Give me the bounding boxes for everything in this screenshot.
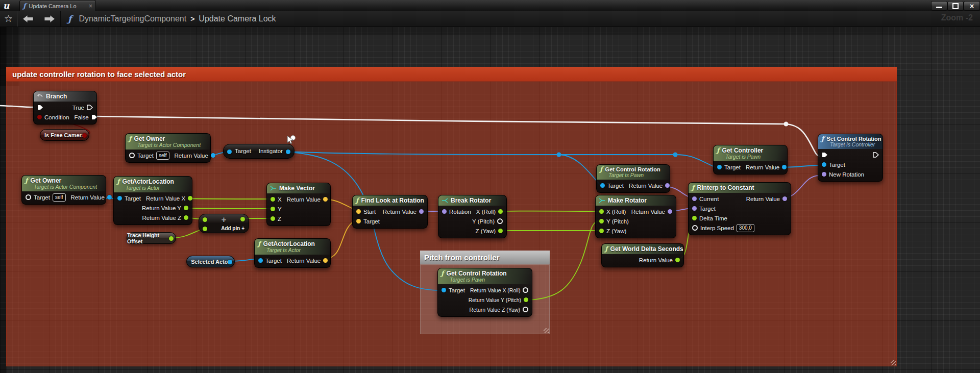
rotator-out-pin-return[interactable] — [668, 209, 672, 214]
float-in-pin-a[interactable] — [203, 217, 207, 222]
object-in-pin-target[interactable] — [129, 153, 135, 158]
node-header[interactable]: ƒGetActorLocation Target is Actor — [255, 239, 330, 255]
self-value-box[interactable]: self — [53, 193, 66, 202]
node-branch[interactable]: Branch True Condition False — [33, 91, 97, 125]
tab-close-icon[interactable]: × — [89, 3, 92, 10]
node-header[interactable]: ƒGet Owner Target is Actor Component — [126, 134, 210, 150]
node-header[interactable]: Branch — [34, 91, 96, 102]
object-out-pin-return[interactable] — [211, 153, 215, 158]
node-get-actor-location[interactable]: ƒGetActorLocation Target is Actor Target… — [113, 176, 192, 225]
float-in-pin-delta-time[interactable] — [692, 216, 697, 220]
node-set-control-rotation[interactable]: ƒSet Control Rotation Target is Controll… — [818, 134, 883, 182]
favorite-star-icon[interactable]: ☆ — [0, 11, 17, 27]
object-in-pin-target[interactable] — [258, 258, 263, 263]
comment-header[interactable]: update controller rotation to face selec… — [6, 67, 897, 81]
object-out-pin-return[interactable] — [107, 195, 112, 200]
float-out-pin-z-yaw[interactable] — [498, 229, 503, 233]
node-break-rotator[interactable]: Break Rotator Rotation X (Roll) Y (Pitch… — [438, 195, 507, 238]
breadcrumb-parent[interactable]: DynamicTargetingComponent — [77, 14, 188, 23]
vector-in-pin-target[interactable] — [356, 219, 361, 223]
rotator-out-pin-return[interactable] — [419, 209, 424, 214]
node-header[interactable]: ƒGetActorLocation Target is Actor — [114, 177, 192, 192]
node-header[interactable]: ƒGet Controller Target is Pawn — [714, 145, 787, 161]
object-out-pin[interactable] — [228, 260, 232, 264]
close-button[interactable]: × — [964, 1, 980, 11]
variable-node-is-free-camera[interactable]: Is Free Camera — [40, 129, 89, 141]
breadcrumb-current[interactable]: Update Camera Lock — [197, 14, 278, 23]
node-header[interactable]: ƒGet Control Rotation Target is Pawn — [438, 268, 532, 284]
node-add-float[interactable]: + Add pin + — [199, 214, 249, 233]
node-header[interactable]: ƒFind Look at Rotation — [353, 195, 427, 206]
variable-node-trace-height-offset[interactable]: Trace Height Offset — [127, 232, 176, 244]
bool-pin-condition[interactable] — [37, 115, 42, 119]
float-out-pin-return[interactable] — [675, 258, 680, 262]
float-out-pin-y[interactable] — [184, 206, 188, 210]
node-make-rotator[interactable]: Make Rotator X (Roll) Return Value Y (Pi… — [595, 195, 676, 238]
float-in-pin-interp-speed[interactable] — [692, 225, 698, 231]
float-out-pin-x-roll[interactable] — [498, 209, 503, 214]
tab-update-camera-lock[interactable]: ƒ Update Camera Lo × — [19, 0, 96, 11]
rotator-out-pin-return[interactable] — [782, 196, 787, 201]
back-button[interactable] — [17, 15, 39, 23]
restore-button[interactable] — [947, 1, 964, 11]
node-get-instigator[interactable]: Target Instigator — [223, 144, 295, 159]
node-header[interactable]: ƒSet Control Rotation Target is Controll… — [818, 134, 883, 149]
float-in-pin-b[interactable] — [203, 227, 207, 231]
resize-handle-icon[interactable] — [891, 360, 896, 365]
exec-out-true-pin[interactable] — [87, 105, 93, 110]
node-header[interactable]: ƒGet Control Rotation Target is Pawn — [597, 165, 670, 180]
interp-speed-value-box[interactable]: 300,0 — [737, 224, 754, 232]
float-out-pin[interactable] — [240, 217, 245, 221]
node-make-vector[interactable]: Make Vector X Return Value Y Z — [266, 183, 331, 226]
exec-out-pin[interactable] — [873, 152, 879, 158]
vector-out-pin-return[interactable] — [323, 258, 328, 263]
rotator-in-pin-new-rotation[interactable] — [822, 172, 826, 177]
float-out-pin-y-pitch[interactable] — [497, 218, 503, 224]
node-header[interactable]: ƒGet World Delta Seconds — [602, 244, 683, 254]
float-in-pin-y[interactable] — [271, 207, 275, 211]
object-in-pin-target[interactable] — [717, 165, 722, 169]
graph-canvas[interactable]: update controller rotation to face selec… — [0, 27, 980, 373]
float-out-pin[interactable] — [169, 236, 174, 241]
node-get-world-delta-seconds[interactable]: ƒGet World Delta Seconds Return Value — [601, 243, 684, 267]
minimize-button[interactable] — [931, 1, 947, 11]
float-in-pin-x[interactable] — [271, 197, 275, 202]
object-in-pin-target[interactable] — [26, 194, 31, 200]
node-find-look-at-rotation[interactable]: ƒFind Look at Rotation Start Return Valu… — [352, 195, 428, 229]
object-in-pin-target[interactable] — [117, 196, 122, 201]
resize-handle-icon[interactable] — [544, 328, 549, 333]
float-out-pin-z-yaw[interactable] — [523, 307, 528, 312]
object-out-pin-instigator[interactable] — [286, 150, 290, 154]
float-out-pin-x[interactable] — [188, 196, 192, 201]
add-pin-button[interactable]: Add pin + — [221, 226, 244, 231]
forward-button[interactable] — [39, 15, 60, 23]
exec-out-false-pin[interactable] — [91, 114, 97, 120]
float-in-pin-x-roll[interactable] — [599, 209, 604, 214]
exec-in-pin[interactable] — [37, 105, 43, 110]
bool-out-pin[interactable] — [82, 133, 87, 138]
self-value-box[interactable]: self — [156, 152, 169, 160]
float-in-pin-z-yaw[interactable] — [599, 229, 604, 233]
vector-out-pin-return[interactable] — [323, 197, 328, 202]
node-get-control-rotation[interactable]: ƒGet Control Rotation Target is Pawn Tar… — [437, 268, 532, 317]
object-out-pin-return[interactable] — [782, 165, 787, 169]
rotator-in-pin-rotation[interactable] — [442, 209, 447, 214]
rotator-out-pin-return[interactable] — [665, 183, 670, 188]
object-in-pin-target[interactable] — [227, 150, 232, 154]
node-get-actor-location[interactable]: ƒGetActorLocation Target is Actor Target… — [254, 238, 331, 268]
object-in-pin-target[interactable] — [600, 183, 605, 188]
float-in-pin-z[interactable] — [271, 216, 275, 221]
node-get-owner[interactable]: ƒGet Owner Target is Actor Component Tar… — [125, 133, 211, 163]
float-in-pin-y-pitch[interactable] — [599, 219, 604, 223]
float-out-pin-y-pitch[interactable] — [524, 297, 528, 302]
object-in-pin-target[interactable] — [442, 288, 446, 292]
comment-header[interactable]: Pitch from controller — [420, 251, 550, 264]
rotator-in-pin-current[interactable] — [692, 196, 697, 201]
object-in-pin-target[interactable] — [822, 162, 826, 167]
node-header[interactable]: ƒRInterp to Constant — [689, 183, 791, 193]
node-header[interactable]: Make Vector — [267, 183, 330, 193]
exec-in-pin[interactable] — [822, 152, 828, 158]
node-header[interactable]: Make Rotator — [596, 195, 676, 206]
variable-node-selected-actor[interactable]: Selected Actor — [186, 256, 235, 267]
node-header[interactable]: ƒGet Owner Target is Actor Component — [22, 176, 106, 191]
